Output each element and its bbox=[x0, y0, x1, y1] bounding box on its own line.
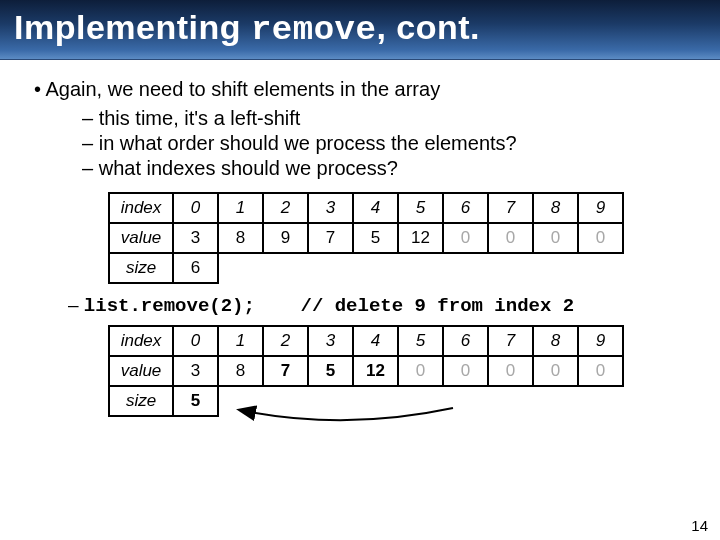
cell: 7 bbox=[308, 223, 353, 253]
code-comment: // delete 9 from index 2 bbox=[301, 295, 575, 317]
sub-bullet-2: in what order should we process the elem… bbox=[82, 132, 694, 155]
cell: value bbox=[109, 356, 173, 386]
cell: 3 bbox=[308, 326, 353, 356]
cell: 0 bbox=[578, 223, 623, 253]
cell: size bbox=[109, 253, 173, 283]
cell: 12 bbox=[398, 223, 443, 253]
cell: 4 bbox=[353, 193, 398, 223]
sub-bullet-list: this time, it's a left-shift in what ord… bbox=[82, 107, 694, 180]
cell: 5 bbox=[308, 356, 353, 386]
cell: 0 bbox=[578, 356, 623, 386]
cell: value bbox=[109, 223, 173, 253]
cell: 6 bbox=[173, 253, 218, 283]
tables-wrap: index0123456789value38975120000size6 bbox=[108, 192, 694, 284]
slide-title: Implementing remove, cont. bbox=[14, 8, 706, 49]
cell: 8 bbox=[218, 356, 263, 386]
code-line: – list.remove(2); // delete 9 from index… bbox=[68, 294, 694, 317]
slide-body: Again, we need to shift elements in the … bbox=[0, 60, 720, 417]
code-call: list.remove(2); bbox=[84, 295, 255, 317]
title-code: remove bbox=[251, 11, 376, 49]
array-table-before: index0123456789value38975120000size6 bbox=[108, 192, 624, 284]
sub-bullet-1: this time, it's a left-shift bbox=[82, 107, 694, 130]
bullet-main: Again, we need to shift elements in the … bbox=[34, 78, 694, 101]
cell: 0 bbox=[398, 356, 443, 386]
cell: 1 bbox=[218, 326, 263, 356]
title-post: , cont. bbox=[376, 8, 480, 46]
sub-bullet-3: what indexes should we process? bbox=[82, 157, 694, 180]
cell: 2 bbox=[263, 326, 308, 356]
title-bar: Implementing remove, cont. bbox=[0, 0, 720, 60]
cell: 7 bbox=[488, 326, 533, 356]
title-pre: Implementing bbox=[14, 8, 251, 46]
cell: 8 bbox=[533, 193, 578, 223]
cell: 1 bbox=[218, 193, 263, 223]
cell: 7 bbox=[488, 193, 533, 223]
cell: 3 bbox=[308, 193, 353, 223]
cell: 6 bbox=[443, 326, 488, 356]
cell: index bbox=[109, 193, 173, 223]
cell: 5 bbox=[353, 223, 398, 253]
cell: 12 bbox=[353, 356, 398, 386]
cell: 5 bbox=[398, 326, 443, 356]
cell: 9 bbox=[263, 223, 308, 253]
cell: 8 bbox=[533, 326, 578, 356]
cell: 0 bbox=[173, 326, 218, 356]
cell: 7 bbox=[263, 356, 308, 386]
cell: index bbox=[109, 326, 173, 356]
cell: 9 bbox=[578, 326, 623, 356]
cell: 0 bbox=[533, 223, 578, 253]
cell: 0 bbox=[443, 223, 488, 253]
cell: 9 bbox=[578, 193, 623, 223]
cell: 0 bbox=[443, 356, 488, 386]
cell: 3 bbox=[173, 356, 218, 386]
cell: size bbox=[109, 386, 173, 416]
cell: 5 bbox=[173, 386, 218, 416]
cell: 5 bbox=[398, 193, 443, 223]
tables-wrap-2: index0123456789value38751200000size5 bbox=[108, 325, 694, 417]
cell: 0 bbox=[173, 193, 218, 223]
cell: 0 bbox=[488, 223, 533, 253]
page-number: 14 bbox=[691, 517, 708, 534]
cell: 8 bbox=[218, 223, 263, 253]
cell: 0 bbox=[533, 356, 578, 386]
array-table-after: index0123456789value38751200000size5 bbox=[108, 325, 624, 417]
cell: 4 bbox=[353, 326, 398, 356]
cell: 2 bbox=[263, 193, 308, 223]
cell: 6 bbox=[443, 193, 488, 223]
cell: 3 bbox=[173, 223, 218, 253]
cell: 0 bbox=[488, 356, 533, 386]
